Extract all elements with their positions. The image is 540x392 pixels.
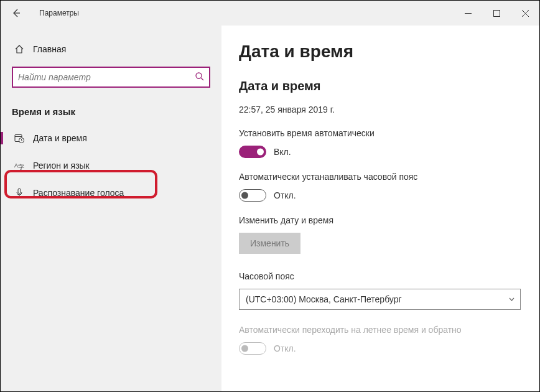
- back-button[interactable]: [8, 2, 30, 24]
- search-input[interactable]: [18, 72, 195, 82]
- sidebar-item-region-language[interactable]: A 字 Регион и язык: [1, 152, 221, 179]
- auto-time-state: Вкл.: [274, 147, 291, 157]
- sidebar-home[interactable]: Главная: [1, 38, 221, 60]
- svg-point-5: [196, 73, 202, 78]
- sidebar-item-date-time[interactable]: Дата и время: [1, 124, 221, 152]
- minimize-button[interactable]: [454, 1, 482, 26]
- maximize-icon: [493, 10, 500, 17]
- close-icon: [522, 10, 529, 17]
- timezone-value: (UTC+03:00) Москва, Санкт-Петербург: [246, 294, 402, 304]
- language-icon: A 字: [14, 161, 24, 170]
- microphone-icon: [14, 188, 24, 198]
- sidebar-item-label: Дата и время: [33, 133, 87, 143]
- sidebar-item-label: Распознавание голоса: [33, 188, 124, 198]
- dst-state: Откл.: [274, 343, 296, 353]
- auto-time-label: Установить время автоматически: [239, 128, 521, 138]
- sidebar-item-speech[interactable]: Распознавание голоса: [1, 179, 221, 207]
- sidebar-item-label: Регион и язык: [33, 161, 90, 170]
- auto-tz-state: Откл.: [274, 190, 296, 200]
- close-button[interactable]: [511, 1, 539, 26]
- svg-rect-2: [493, 10, 500, 16]
- svg-line-6: [201, 78, 203, 80]
- dst-label: Автоматически переходить на летнее время…: [239, 325, 521, 335]
- auto-tz-toggle[interactable]: [239, 189, 266, 202]
- titlebar: Параметры: [1, 1, 539, 26]
- change-datetime-label: Изменить дату и время: [239, 215, 521, 225]
- maximize-button[interactable]: [482, 1, 511, 26]
- dst-toggle: [239, 342, 266, 355]
- home-icon: [14, 44, 24, 54]
- sidebar: Главная Время и язык: [1, 26, 221, 391]
- section-title: Дата и время: [239, 79, 521, 93]
- auto-tz-label: Автоматически устанавливать часовой пояс: [239, 172, 521, 182]
- main-content: Дата и время Дата и время 22:57, 25 янва…: [221, 26, 539, 391]
- window-title: Параметры: [39, 9, 79, 17]
- timezone-dropdown[interactable]: (UTC+03:00) Москва, Санкт-Петербург: [239, 289, 521, 310]
- timezone-label: Часовой пояс: [239, 271, 521, 281]
- minimize-icon: [465, 10, 472, 17]
- calendar-clock-icon: [14, 133, 24, 143]
- svg-rect-14: [18, 189, 21, 194]
- current-datetime: 22:57, 25 января 2019 г.: [239, 105, 521, 114]
- change-button: Изменить: [239, 233, 300, 254]
- arrow-left-icon: [12, 9, 21, 17]
- sidebar-category: Время и язык: [1, 99, 221, 124]
- search-icon: [195, 72, 204, 83]
- chevron-down-icon: [508, 296, 515, 304]
- sidebar-home-label: Главная: [33, 44, 66, 54]
- auto-time-toggle[interactable]: [239, 146, 266, 158]
- page-title: Дата и время: [239, 42, 521, 62]
- search-input-container[interactable]: [12, 67, 210, 88]
- svg-text:字: 字: [18, 164, 24, 170]
